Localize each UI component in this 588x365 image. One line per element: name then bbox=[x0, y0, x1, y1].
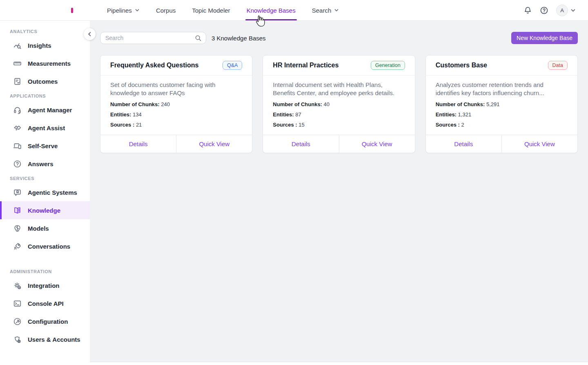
account-menu[interactable]: A bbox=[556, 4, 576, 16]
sidebar-item-users-accounts[interactable]: Users & Accounts bbox=[0, 330, 90, 348]
document-check-icon bbox=[13, 77, 22, 86]
stat-sources: Sources : 21 bbox=[110, 122, 242, 128]
notifications-bell-icon[interactable] bbox=[523, 6, 532, 15]
kb-card-customers-base: Customers Base Data Analyzes customer re… bbox=[425, 55, 578, 153]
quick-view-button[interactable]: Quick View bbox=[339, 135, 415, 153]
sidebar-item-agent-manager[interactable]: Agent Manager bbox=[0, 101, 90, 119]
sidebar-item-label: Integration bbox=[28, 282, 60, 289]
sidebar-item-conversations[interactable]: Conversations bbox=[0, 237, 90, 255]
kb-card-hr-internal-practices: HR Internal Practices Generation Interna… bbox=[263, 55, 415, 153]
sidebar-item-label: Measurements bbox=[28, 60, 71, 67]
card-footer: Details Quick View bbox=[100, 135, 252, 153]
app-window: Pipelines Corpus Topic Modeler Knowledge… bbox=[0, 0, 588, 365]
nav-item-label: Pipelines bbox=[107, 7, 132, 14]
user-shield-icon bbox=[13, 335, 22, 344]
quick-view-button[interactable]: Quick View bbox=[176, 135, 252, 153]
stat-label: Sources : bbox=[273, 122, 297, 128]
sidebar: ANALYTICS Insights Measurements Outcomes… bbox=[0, 21, 90, 365]
sidebar-item-agentic-systems[interactable]: Agentic Systems bbox=[0, 183, 90, 201]
card-body: Set of documents customer facing with kn… bbox=[100, 76, 252, 135]
sidebar-item-label: Agentic Systems bbox=[28, 189, 77, 196]
sidebar-item-label: Console API bbox=[28, 300, 64, 307]
gear-sync-icon bbox=[13, 281, 22, 290]
sidebar-divider-gap bbox=[0, 255, 90, 266]
card-description: Analyzes customer retention trends and i… bbox=[436, 81, 568, 97]
sidebar-item-console-api[interactable]: Console API bbox=[0, 294, 90, 312]
card-type-badge: Generation bbox=[371, 61, 405, 70]
sidebar-item-label: Models bbox=[28, 225, 49, 232]
insights-icon bbox=[13, 41, 22, 50]
sidebar-item-answers[interactable]: Answers bbox=[0, 155, 90, 173]
stat-chunks: Number of Chunks: 240 bbox=[110, 101, 242, 107]
nav-item-topic-modeler[interactable]: Topic Modeler bbox=[192, 0, 230, 20]
stat-label: Entities: bbox=[436, 111, 457, 118]
nav-item-search[interactable]: Search bbox=[312, 0, 339, 20]
sidebar-item-label: Agent Assist bbox=[28, 125, 65, 131]
stat-entities: Entities: 87 bbox=[273, 111, 405, 118]
stat-label: Sources : bbox=[436, 122, 460, 128]
details-button[interactable]: Details bbox=[100, 135, 176, 153]
card-body: Internal document set with Health Plans,… bbox=[263, 76, 414, 135]
card-header: Frequently Asked Questions Q&A bbox=[100, 56, 252, 76]
chevron-down-icon bbox=[334, 8, 339, 13]
search-icon bbox=[195, 35, 202, 42]
details-button[interactable]: Details bbox=[426, 135, 501, 153]
card-footer: Details Quick View bbox=[426, 135, 577, 153]
details-button[interactable]: Details bbox=[263, 135, 339, 153]
stat-label: Entities: bbox=[273, 111, 294, 118]
sidebar-item-integration[interactable]: Integration bbox=[0, 276, 90, 294]
nav-item-pipelines[interactable]: Pipelines bbox=[107, 0, 140, 20]
nav-utilities: A bbox=[523, 0, 576, 20]
chat-bookmark-icon bbox=[13, 188, 22, 197]
stat-value: 134 bbox=[133, 111, 142, 118]
stat-sources: Sources : 2 bbox=[436, 122, 568, 128]
stat-value: 15 bbox=[298, 122, 304, 128]
sidebar-item-label: Agent Manager bbox=[28, 107, 72, 114]
search-input[interactable] bbox=[105, 35, 195, 41]
quick-view-button[interactable]: Quick View bbox=[501, 135, 577, 153]
stat-entities: Entities: 134 bbox=[110, 111, 242, 118]
nav-item-corpus[interactable]: Corpus bbox=[156, 0, 176, 20]
stat-value: 21 bbox=[136, 122, 142, 128]
card-title: Customers Base bbox=[436, 62, 487, 69]
sidebar-section-services: SERVICES bbox=[0, 173, 90, 183]
sidebar-item-measurements[interactable]: Measurements bbox=[0, 54, 90, 72]
stat-chunks: Number of Chunks: 40 bbox=[273, 101, 405, 107]
top-navigation-bar: Pipelines Corpus Topic Modeler Knowledge… bbox=[0, 0, 588, 21]
stat-value: 40 bbox=[324, 101, 330, 107]
new-knowledge-base-button[interactable]: New Knowledge Base bbox=[511, 32, 578, 44]
stat-label: Sources : bbox=[110, 122, 134, 128]
card-header: HR Internal Practices Generation bbox=[263, 56, 414, 76]
sidebar-item-outcomes[interactable]: Outcomes bbox=[0, 72, 90, 90]
brain-icon bbox=[13, 224, 22, 233]
avatar[interactable]: A bbox=[556, 4, 568, 16]
kb-card-frequently-asked-questions: Frequently Asked Questions Q&A Set of do… bbox=[100, 55, 252, 153]
nav-item-knowledge-bases[interactable]: Knowledge Bases bbox=[247, 0, 296, 20]
sidebar-item-insights[interactable]: Insights bbox=[0, 36, 90, 54]
card-description: Internal document set with Health Plans,… bbox=[273, 81, 405, 97]
terminal-icon bbox=[13, 299, 22, 308]
headset-icon bbox=[13, 106, 22, 114]
nav-item-label: Knowledge Bases bbox=[247, 7, 296, 14]
knowledge-bases-toolbar: 3 Knowledge Bases New Knowledge Base bbox=[100, 32, 578, 44]
stat-value: 87 bbox=[295, 111, 301, 118]
sidebar-item-agent-assist[interactable]: Agent Assist bbox=[0, 119, 90, 137]
sidebar-item-knowledge[interactable]: Knowledge bbox=[0, 201, 90, 219]
sidebar-item-self-serve[interactable]: Self-Serve bbox=[0, 137, 90, 155]
main-column: 3 Knowledge Bases New Knowledge Base Fre… bbox=[90, 21, 588, 365]
sidebar-section-administration: ADMINISTRATION bbox=[0, 266, 90, 276]
ruler-icon bbox=[13, 59, 22, 68]
sidebar-collapse-button[interactable] bbox=[84, 28, 96, 40]
stat-value: 5,291 bbox=[486, 101, 500, 107]
nav-item-label: Search bbox=[312, 7, 332, 14]
sidebar-section-applications: APPLICATIONS bbox=[0, 90, 90, 101]
sidebar-item-models[interactable]: Models bbox=[0, 219, 90, 237]
sidebar-item-configuration[interactable]: Configuration bbox=[0, 312, 90, 330]
help-icon[interactable] bbox=[540, 6, 548, 15]
card-title: Frequently Asked Questions bbox=[110, 62, 198, 69]
stat-label: Entities: bbox=[110, 111, 131, 118]
chevron-down-icon bbox=[570, 8, 576, 13]
search-box bbox=[100, 32, 206, 44]
stat-chunks: Number of Chunks: 5,291 bbox=[436, 101, 568, 107]
stat-label: Number of Chunks: bbox=[110, 101, 160, 107]
